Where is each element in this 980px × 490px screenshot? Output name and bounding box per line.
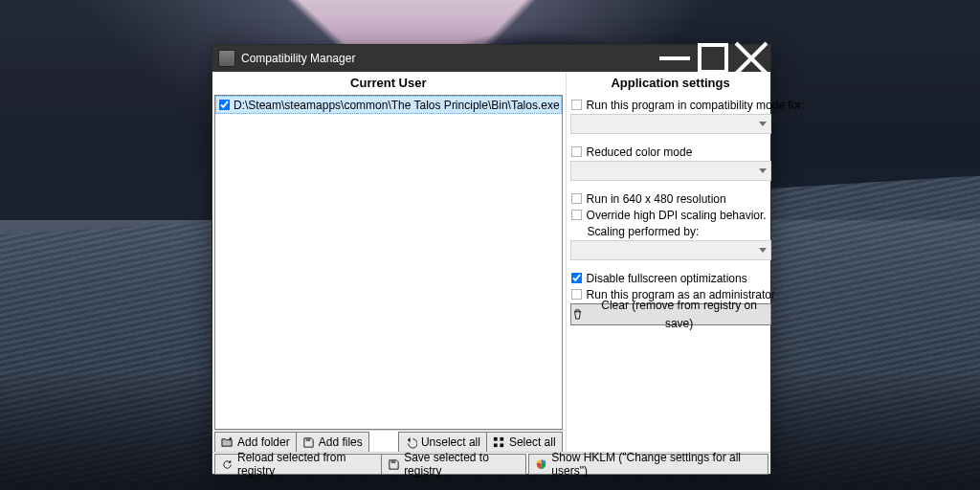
- svg-rect-5: [494, 436, 498, 440]
- svg-rect-7: [494, 443, 498, 447]
- save-registry-label: Save selected to registry: [404, 451, 520, 478]
- scaling-by-label: Scaling performed by:: [588, 225, 700, 238]
- shield-icon: [535, 458, 547, 471]
- save-icon: [388, 458, 400, 471]
- disable-fullscreen-checkbox[interactable]: [570, 273, 582, 284]
- app-window: Compatibility Manager Current User D:\St…: [212, 44, 771, 475]
- file-list[interactable]: D:\Steam\steamapps\common\The Talos Prin…: [214, 95, 563, 430]
- reload-registry-label: Reload selected from registry: [237, 451, 375, 478]
- current-user-heading: Current User: [212, 72, 565, 95]
- add-folder-button[interactable]: Add folder: [214, 432, 297, 453]
- reduced-color-option[interactable]: Reduced color mode: [570, 144, 771, 160]
- run-admin-checkbox[interactable]: [570, 289, 582, 301]
- select-all-icon: [493, 436, 505, 449]
- run-640-option[interactable]: Run in 640 x 480 resolution: [570, 190, 771, 207]
- svg-rect-1: [700, 45, 726, 72]
- close-button[interactable]: [732, 45, 770, 72]
- compat-mode-dropdown[interactable]: [570, 114, 771, 134]
- add-files-label: Add files: [319, 435, 363, 449]
- override-dpi-checkbox[interactable]: [570, 210, 582, 221]
- select-all-label: Select all: [509, 435, 556, 449]
- application-settings-heading: Application settings: [567, 72, 775, 95]
- undo-icon: [405, 436, 417, 449]
- titlebar[interactable]: Compatibility Manager: [212, 45, 770, 72]
- svg-rect-9: [391, 460, 396, 463]
- reduced-color-label: Reduced color mode: [587, 145, 693, 159]
- run-640-label: Run in 640 x 480 resolution: [587, 192, 726, 206]
- svg-rect-4: [305, 438, 310, 441]
- clear-label: Clear (remove from registry on save): [589, 297, 770, 333]
- scaling-by-label-row: Scaling performed by:: [570, 223, 771, 239]
- list-item-checkbox[interactable]: [219, 100, 231, 111]
- registry-toolbar: Reload selected from registry Save selec…: [212, 452, 770, 474]
- window-title: Compatibility Manager: [241, 52, 355, 65]
- trash-icon: [571, 308, 584, 321]
- run-640-checkbox[interactable]: [570, 193, 582, 205]
- show-hklm-label: Show HKLM ("Change settings for all user…: [551, 451, 762, 478]
- disable-fullscreen-option[interactable]: Disable fullscreen optimizations: [570, 270, 771, 286]
- svg-rect-6: [500, 436, 503, 440]
- compat-mode-option[interactable]: Run this program in compatibility mode f…: [570, 97, 771, 113]
- disable-fullscreen-label: Disable fullscreen optimizations: [587, 272, 747, 285]
- unselect-all-label: Unselect all: [421, 435, 480, 449]
- list-toolbar: Add folder Add files: [212, 430, 565, 452]
- compat-mode-checkbox[interactable]: [570, 100, 582, 111]
- list-item-path: D:\Steam\steamapps\common\The Talos Prin…: [234, 99, 560, 112]
- reload-icon: [221, 458, 234, 471]
- save-registry-button[interactable]: Save selected to registry: [381, 454, 526, 475]
- reduced-color-dropdown[interactable]: [570, 161, 771, 181]
- override-dpi-option[interactable]: Override high DPI scaling behavior.: [570, 207, 771, 223]
- list-item[interactable]: D:\Steam\steamapps\common\The Talos Prin…: [215, 96, 562, 114]
- add-folder-label: Add folder: [237, 435, 290, 449]
- override-dpi-label: Override high DPI scaling behavior.: [587, 209, 767, 222]
- add-files-button[interactable]: Add files: [296, 432, 369, 453]
- save-icon: [302, 436, 315, 449]
- app-icon: [218, 50, 235, 67]
- compat-mode-label: Run this program in compatibility mode f…: [587, 99, 805, 112]
- select-all-button[interactable]: Select all: [486, 432, 563, 453]
- reload-registry-button[interactable]: Reload selected from registry: [214, 454, 382, 475]
- minimize-button[interactable]: [656, 45, 694, 72]
- folder-plus-icon: [221, 436, 234, 449]
- show-hklm-button[interactable]: Show HKLM ("Change settings for all user…: [528, 454, 768, 475]
- svg-rect-8: [500, 443, 503, 447]
- application-settings-panel: Application settings Run this program in…: [566, 72, 775, 452]
- reduced-color-checkbox[interactable]: [570, 146, 582, 158]
- maximize-button[interactable]: [694, 45, 732, 72]
- scaling-by-dropdown[interactable]: [570, 240, 771, 260]
- current-user-panel: Current User D:\Steam\steamapps\common\T…: [212, 72, 566, 452]
- unselect-all-button[interactable]: Unselect all: [398, 432, 487, 453]
- clear-button[interactable]: Clear (remove from registry on save): [570, 303, 771, 325]
